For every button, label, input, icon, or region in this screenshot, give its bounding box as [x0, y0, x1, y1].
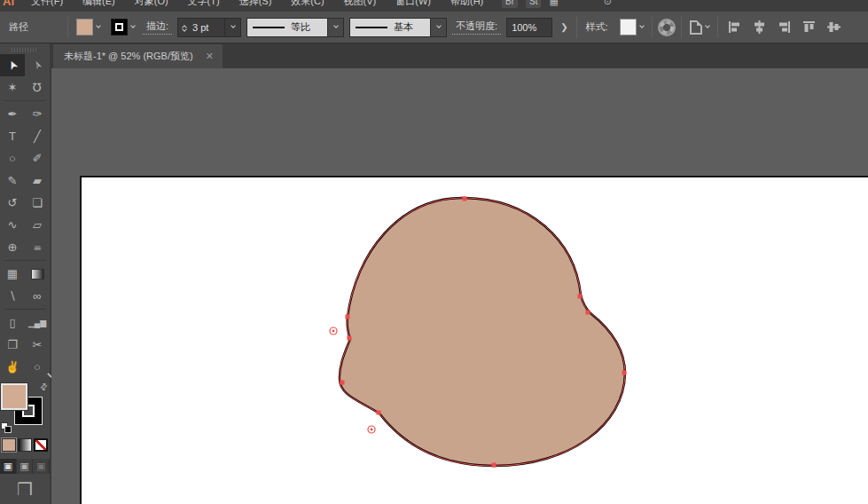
direct-selection-tool[interactable]: ➢ — [25, 54, 50, 76]
type-tool[interactable]: T — [0, 125, 25, 147]
gradient-icon — [31, 269, 44, 280]
color-mode-buttons — [0, 433, 50, 452]
illustrator-window: Ai 文件(F) 编辑(E) 对象(O) 文字(T) 选择(S) 效果(C) 视… — [0, 0, 868, 504]
recolor-artwork-icon[interactable] — [658, 19, 676, 36]
screen-mode-button[interactable]: ❒ — [17, 479, 33, 495]
stroke-color-swatch[interactable] — [111, 19, 128, 35]
opacity-panel-link[interactable]: 不透明度: — [452, 20, 501, 35]
isolate-selection-control[interactable] — [687, 19, 712, 36]
stroke-weight-value[interactable]: 3 pt — [191, 22, 224, 33]
menu-help[interactable]: 帮助(H) — [441, 0, 493, 8]
width-profile-dropdown[interactable] — [328, 18, 344, 37]
align-v-center-icon[interactable] — [826, 20, 841, 35]
width-profile-control[interactable]: 等比 — [246, 18, 344, 37]
stroke-weight-dropdown[interactable] — [224, 19, 240, 36]
rotate-tool[interactable]: ↺ — [0, 192, 25, 214]
mesh-tool[interactable]: ▦ — [0, 263, 25, 285]
blend-tool[interactable]: ∞ — [25, 285, 50, 307]
scale-tool[interactable]: ❏ — [25, 192, 50, 214]
opacity-arrow-button[interactable]: ❯ — [558, 22, 570, 32]
align-top-icon[interactable] — [802, 20, 817, 35]
column-graph-tool[interactable]: ▁▄▆ — [25, 311, 50, 334]
hand-tool[interactable]: ✌ — [0, 356, 25, 378]
canvas[interactable] — [51, 68, 868, 504]
gradient-button[interactable] — [18, 438, 32, 452]
stroke-weight-stepper[interactable] — [178, 19, 191, 36]
gradient-tool[interactable] — [25, 263, 50, 285]
draw-normal-button[interactable]: ▣ — [0, 459, 17, 474]
menu-effect[interactable]: 效果(C) — [281, 0, 333, 8]
divider — [652, 17, 653, 38]
draw-behind-button[interactable]: ▣ — [17, 459, 34, 474]
brush-control[interactable]: 基本 — [349, 18, 447, 37]
close-icon[interactable]: ✕ — [206, 51, 214, 62]
align-left-icon[interactable] — [727, 20, 742, 35]
document-tab-bar: 未标题-1* @ 52% (RGB/预览) ✕ — [51, 43, 868, 68]
fill-proxy[interactable] — [1, 383, 27, 410]
menu-select[interactable]: 选择(S) — [230, 0, 282, 8]
stroke-weight-field[interactable]: 3 pt — [177, 18, 241, 37]
pencil-tool[interactable]: ✎ — [0, 169, 25, 192]
artboard[interactable] — [80, 176, 868, 504]
stroke-color-control[interactable] — [108, 17, 137, 37]
line-segment-tool[interactable]: ╱ — [25, 125, 50, 147]
chevron-down-icon[interactable] — [705, 23, 710, 28]
opacity-input[interactable]: 100% — [506, 18, 552, 37]
draw-inside-button[interactable]: ▣ — [33, 459, 50, 474]
fill-stroke-indicator: ⇄ — [0, 382, 50, 433]
brush-preview[interactable]: 基本 — [349, 18, 431, 37]
graphic-style-control[interactable] — [617, 17, 646, 37]
ellipse-tool[interactable]: ○ — [0, 147, 25, 169]
divider — [4, 309, 46, 310]
align-h-center-icon[interactable] — [752, 20, 767, 35]
symbol-sprayer-tool[interactable]: ▯ — [0, 311, 25, 334]
magic-wand-tool[interactable]: ✶ — [0, 76, 25, 98]
swap-fill-stroke-icon[interactable]: ⇄ — [37, 381, 50, 393]
menu-file[interactable]: 文件(F) — [21, 0, 73, 8]
graphic-style-swatch[interactable] — [620, 19, 637, 35]
panel-grip[interactable] — [9, 45, 41, 54]
eyedropper-tool[interactable]: ∖ — [0, 285, 25, 307]
curvature-tool[interactable]: ✑ — [25, 103, 50, 125]
paintbrush-tool[interactable]: ✐ — [25, 147, 50, 169]
fill-color-control[interactable] — [74, 17, 103, 37]
arrange-documents-icon[interactable]: ▦ — [549, 0, 558, 7]
bridge-button[interactable]: Br — [502, 0, 518, 8]
width-profile-preview[interactable]: 等比 — [246, 18, 328, 37]
slice-tool[interactable]: ✂ — [25, 334, 50, 356]
color-button[interactable] — [2, 438, 16, 452]
lasso-tool[interactable]: ℧ — [25, 76, 50, 98]
eraser-tool[interactable]: ▰ — [25, 169, 50, 192]
fill-color-swatch[interactable] — [76, 19, 93, 35]
menu-window[interactable]: 窗口(W) — [386, 0, 441, 8]
chevron-down-icon[interactable] — [96, 23, 101, 28]
stock-button[interactable]: St — [526, 0, 541, 8]
width-tool[interactable]: ∿ — [0, 214, 25, 236]
align-right-icon[interactable] — [777, 20, 792, 35]
stroke-panel-link[interactable]: 描边: — [143, 20, 172, 35]
control-bar: 路径 描边: 3 pt 等比 — [0, 12, 868, 43]
divider — [576, 17, 577, 38]
width-profile-label: 等比 — [291, 20, 310, 34]
divider — [4, 100, 46, 101]
free-transform-tool[interactable]: ▱ — [25, 214, 50, 236]
menu-type[interactable]: 文字(T) — [178, 0, 230, 8]
search-icon[interactable]: ⊙ — [604, 0, 612, 7]
menu-edit[interactable]: 编辑(E) — [73, 0, 125, 8]
menu-view[interactable]: 视图(V) — [334, 0, 387, 8]
document-tab[interactable]: 未标题-1* @ 52% (RGB/预览) ✕ — [53, 44, 223, 68]
menu-bar: Ai 文件(F) 编辑(E) 对象(O) 文字(T) 选择(S) 效果(C) 视… — [0, 0, 868, 12]
document-icon[interactable] — [690, 20, 702, 35]
artboard-tool[interactable]: ❐ — [0, 334, 25, 356]
zoom-tool[interactable]: ○ — [25, 356, 50, 378]
pen-tool[interactable]: ✒ — [0, 103, 25, 125]
chevron-down-icon[interactable] — [130, 23, 136, 28]
brush-dropdown[interactable] — [431, 18, 447, 37]
selection-tool[interactable]: ➤ — [0, 54, 25, 76]
menu-object[interactable]: 对象(O) — [125, 0, 178, 8]
none-button[interactable] — [34, 438, 48, 452]
shape-builder-tool[interactable]: ⊕ — [0, 236, 25, 258]
perspective-grid-tool[interactable]: ≡ — [25, 236, 50, 258]
chevron-down-icon[interactable] — [639, 23, 645, 28]
default-fill-stroke-icon[interactable] — [1, 422, 12, 433]
